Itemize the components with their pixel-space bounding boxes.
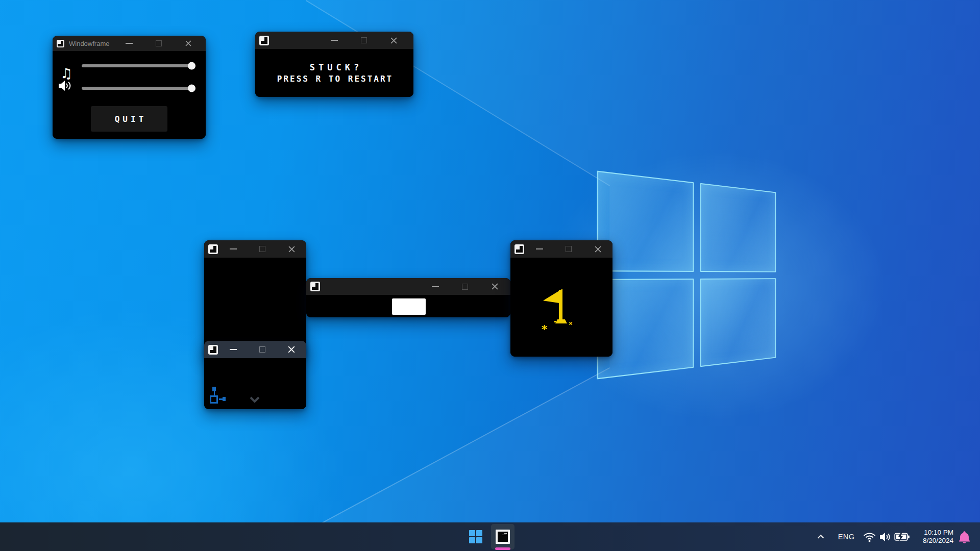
close-button[interactable]: [480, 278, 509, 295]
close-icon: [185, 40, 191, 46]
game-window-titlebar[interactable]: [510, 240, 612, 258]
windowframe-icon: [57, 40, 64, 47]
close-button[interactable]: [583, 240, 612, 258]
start-button[interactable]: [462, 522, 489, 551]
player-character: [392, 298, 426, 315]
window-title: Windowframe: [69, 40, 109, 47]
taskbar-clock[interactable]: 10:10 PM 8/20/2024: [912, 522, 953, 551]
game-window-titlebar[interactable]: [204, 341, 306, 358]
close-icon: [288, 246, 295, 253]
windowframe-icon: [310, 282, 320, 291]
quit-button[interactable]: QUIT: [91, 106, 167, 132]
settings-window: Windowframe ♫: [53, 36, 206, 139]
blue-pin-icon: [212, 387, 216, 391]
maximize-button[interactable]: [248, 341, 277, 358]
sound-volume-slider[interactable]: [82, 87, 195, 90]
minimize-button[interactable]: [421, 278, 450, 295]
sparkle-dot: [554, 321, 556, 322]
down-arrow-icon: [249, 396, 260, 405]
minimize-button[interactable]: [320, 32, 349, 49]
windows-logo: [597, 171, 776, 380]
windowframe-icon: [259, 36, 269, 45]
close-button[interactable]: [174, 36, 203, 51]
close-icon: [390, 37, 397, 44]
hint-window-titlebar[interactable]: [255, 32, 413, 49]
game-window-body: [306, 295, 510, 317]
windows-logo-pane: [700, 183, 776, 272]
sparkle-icon: ×: [569, 321, 573, 326]
battery-icon[interactable]: [892, 522, 912, 551]
hint-window-body: STUCK? PRESS R TO RESTART: [255, 49, 413, 97]
minimize-button[interactable]: [218, 341, 248, 358]
clock-time: 10:10 PM: [924, 529, 953, 537]
sound-volume-slider-handle[interactable]: [188, 85, 195, 92]
minimize-button[interactable]: [525, 240, 554, 258]
hint-line-2: PRESS R TO RESTART: [276, 74, 393, 84]
goal-flag-base: [555, 319, 567, 323]
hint-window: STUCK? PRESS R TO RESTART: [255, 32, 413, 97]
windowframe-icon: [208, 244, 218, 254]
close-button[interactable]: [379, 32, 408, 49]
clock-date: 8/20/2024: [923, 537, 953, 545]
game-window-small: [204, 341, 306, 409]
blue-plug-icon: [219, 398, 223, 400]
goal-flag-pole: [559, 290, 562, 320]
game-window-titlebar[interactable]: [204, 240, 306, 258]
close-icon: [595, 246, 601, 253]
windowframe-icon: [208, 345, 218, 355]
windows-start-icon: [469, 530, 482, 543]
game-window-wide: [306, 278, 510, 317]
language-indicator[interactable]: ENG: [834, 522, 859, 551]
game-window-tall: [204, 240, 306, 358]
windowframe-app-icon: [496, 530, 510, 544]
goal-window: * ×: [510, 240, 612, 357]
game-window-titlebar[interactable]: [306, 278, 510, 295]
taskbar-app-windowframe[interactable]: [489, 522, 517, 551]
tray-expand-button[interactable]: [812, 522, 830, 551]
chevron-up-icon: [815, 531, 826, 542]
maximize-button[interactable]: [248, 240, 277, 258]
windowframe-icon: [514, 244, 524, 254]
active-app-indicator: [495, 547, 510, 550]
music-note-icon: ♫: [60, 65, 72, 81]
settings-window-body: ♫ QUIT: [53, 51, 206, 139]
system-tray: ENG: [812, 522, 980, 551]
close-button[interactable]: [277, 341, 306, 358]
notifications-bell-button[interactable]: [954, 522, 974, 551]
maximize-button[interactable]: [349, 32, 379, 49]
sparkle-icon: *: [541, 327, 548, 332]
windows-logo-pane: [700, 278, 776, 367]
maximize-button[interactable]: [144, 36, 174, 51]
taskbar: ENG: [0, 522, 980, 551]
settings-window-titlebar[interactable]: Windowframe: [53, 36, 206, 51]
game-window-body: [204, 358, 306, 409]
goal-window-body: * ×: [510, 258, 612, 357]
blue-plug-head: [223, 397, 226, 401]
blue-pin-stem: [214, 391, 215, 395]
volume-icon[interactable]: [877, 522, 894, 551]
music-volume-slider-handle[interactable]: [188, 62, 195, 70]
maximize-button[interactable]: [450, 278, 480, 295]
hint-line-1: STUCK?: [306, 62, 362, 72]
desktop: Windowframe ♫: [0, 0, 980, 551]
blue-box-icon: [210, 395, 218, 404]
close-icon: [492, 283, 498, 290]
wifi-icon[interactable]: [861, 522, 878, 551]
music-volume-slider[interactable]: [82, 64, 195, 67]
minimize-button[interactable]: [114, 36, 144, 51]
close-icon: [288, 346, 295, 353]
minimize-button[interactable]: [218, 240, 248, 258]
maximize-button[interactable]: [554, 240, 583, 258]
speaker-icon: [58, 80, 74, 94]
close-button[interactable]: [277, 240, 306, 258]
bell-icon: [958, 530, 971, 544]
